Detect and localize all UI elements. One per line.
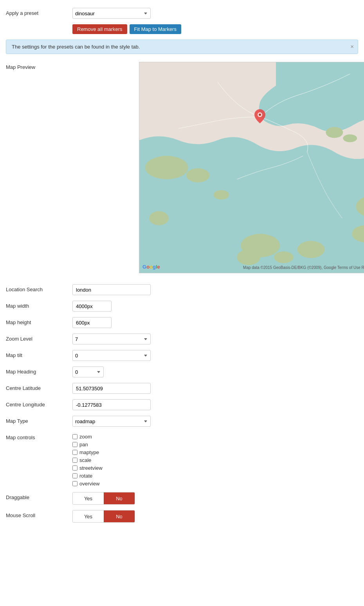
control-overview-label: overview [79, 481, 99, 487]
map-height-input[interactable] [72, 317, 112, 328]
page-container: Apply a preset dinosaur standard custom … [0, 0, 364, 536]
map-container: Google Map data ©2015 GeoBasis-DE/BKG (©… [139, 62, 364, 273]
preset-row: Apply a preset dinosaur standard custom [6, 8, 358, 19]
control-maptype[interactable]: maptype [72, 449, 358, 455]
map-preview-label: Map Preview [6, 62, 72, 70]
draggable-no-button[interactable]: No [104, 492, 135, 504]
map-controls-label: Map controls [6, 432, 72, 440]
centre-longitude-label: Centre Longitude [6, 399, 72, 408]
svg-point-4 [149, 211, 169, 225]
map-heading-label: Map Heading [6, 366, 72, 375]
map-tilt-control: 045 [72, 350, 358, 361]
location-search-input[interactable] [72, 284, 151, 295]
map-background [139, 62, 364, 273]
draggable-yes-button[interactable]: Yes [73, 492, 104, 504]
info-banner-text: The settings for the presets can be foun… [12, 44, 140, 50]
mouse-scroll-no-button[interactable]: No [104, 510, 135, 522]
svg-point-6 [343, 134, 357, 142]
close-icon[interactable]: × [350, 43, 354, 50]
mouse-scroll-control: Yes No [72, 510, 358, 523]
map-svg [139, 62, 364, 273]
draggable-control: Yes No [72, 492, 358, 505]
svg-point-5 [326, 127, 343, 138]
control-zoom[interactable]: zoom [72, 434, 358, 440]
map-type-label: Map Type [6, 416, 72, 424]
svg-point-1 [145, 156, 188, 179]
control-streetview-checkbox[interactable] [72, 465, 77, 471]
centre-latitude-row: Centre Latitude [6, 383, 358, 394]
control-maptype-label: maptype [79, 449, 99, 455]
control-scale-checkbox[interactable] [72, 458, 77, 463]
control-rotate-checkbox[interactable] [72, 473, 77, 478]
map-width-input[interactable] [72, 301, 112, 312]
control-maptype-checkbox[interactable] [72, 450, 77, 455]
draggable-row: Draggable Yes No [6, 492, 358, 505]
control-scale-label: scale [79, 457, 91, 463]
map-controls-row: Map controls zoom pan maptype scale [6, 432, 358, 487]
zoom-level-select[interactable]: 123456789101520 [72, 334, 151, 344]
map-heading-select[interactable]: 090180270 [72, 366, 104, 377]
map-type-row: Map Type roadmapsatellitehybridterrain [6, 416, 358, 427]
svg-point-14 [297, 241, 325, 258]
control-zoom-label: zoom [79, 434, 92, 440]
map-tilt-label: Map tilt [6, 350, 72, 358]
centre-longitude-input[interactable] [72, 399, 151, 410]
map-width-control [72, 301, 358, 312]
location-search-row: Location Search [6, 284, 358, 295]
draggable-toggle-group: Yes No [72, 492, 135, 505]
control-pan-label: pan [79, 442, 88, 447]
centre-latitude-input[interactable] [72, 383, 151, 394]
svg-point-12 [237, 249, 260, 265]
svg-point-2 [186, 168, 210, 182]
info-banner: The settings for the presets can be foun… [6, 40, 358, 54]
control-pan[interactable]: pan [72, 442, 358, 447]
control-streetview[interactable]: streetview [72, 465, 358, 471]
control-rotate-label: rotate [79, 473, 92, 479]
centre-latitude-label: Centre Latitude [6, 383, 72, 391]
remove-markers-button[interactable]: Remove all markers [72, 24, 127, 34]
mouse-scroll-row: Mouse Scroll Yes No [6, 510, 358, 523]
control-overview-checkbox[interactable] [72, 481, 77, 486]
map-tilt-row: Map tilt 045 [6, 350, 358, 361]
svg-point-16 [259, 114, 261, 116]
mouse-scroll-yes-button[interactable]: Yes [73, 510, 104, 522]
buttons-row: Remove all markers Fit Map to Markers [6, 24, 358, 34]
map-attribution: Map data ©2015 GeoBasis-DE/BKG (©2009), … [243, 265, 364, 270]
map-heading-control: 090180270 [72, 366, 358, 377]
svg-point-13 [274, 251, 294, 263]
control-zoom-checkbox[interactable] [72, 434, 77, 439]
map-type-select[interactable]: roadmapsatellitehybridterrain [72, 416, 151, 427]
control-rotate[interactable]: rotate [72, 473, 358, 479]
map-width-label: Map width [6, 301, 72, 309]
map-height-control [72, 317, 358, 328]
map-pin [254, 109, 265, 124]
preset-select[interactable]: dinosaur standard custom [72, 8, 151, 19]
map-tilt-select[interactable]: 045 [72, 350, 151, 361]
zoom-level-row: Zoom Level 123456789101520 [6, 334, 358, 344]
zoom-level-control: 123456789101520 [72, 334, 358, 344]
svg-point-3 [214, 190, 229, 200]
checkbox-group: zoom pan maptype scale streetview [72, 432, 358, 487]
google-logo: Google [142, 264, 160, 270]
map-width-row: Map width [6, 301, 358, 312]
map-height-label: Map height [6, 317, 72, 325]
map-controls-control: zoom pan maptype scale streetview [72, 432, 358, 487]
control-scale[interactable]: scale [72, 457, 358, 463]
control-pan-checkbox[interactable] [72, 442, 77, 447]
location-search-control [72, 284, 358, 295]
mouse-scroll-toggle-group: Yes No [72, 510, 135, 523]
preset-control: dinosaur standard custom [72, 8, 358, 19]
centre-longitude-row: Centre Longitude [6, 399, 358, 410]
map-type-control: roadmapsatellitehybridterrain [72, 416, 358, 427]
map-heading-row: Map Heading 090180270 [6, 366, 358, 377]
centre-latitude-control [72, 383, 358, 394]
map-height-row: Map height [6, 317, 358, 328]
zoom-level-label: Zoom Level [6, 334, 72, 342]
control-overview[interactable]: overview [72, 481, 358, 487]
draggable-label: Draggable [6, 492, 72, 500]
map-preview-container: Google Map data ©2015 GeoBasis-DE/BKG (©… [72, 62, 364, 279]
centre-longitude-control [72, 399, 358, 410]
map-preview-row: Map Preview [6, 62, 358, 279]
location-search-label: Location Search [6, 284, 72, 292]
fit-map-button[interactable]: Fit Map to Markers [130, 24, 181, 34]
